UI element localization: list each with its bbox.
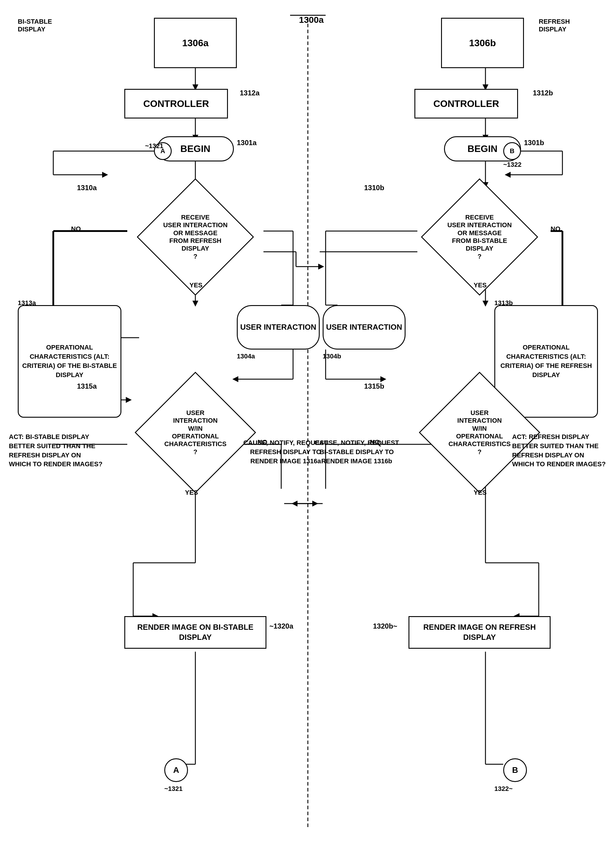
yes2-right: YES: [474, 489, 487, 496]
bistable-display-label: BI-STABLE DISPLAY: [18, 18, 77, 33]
act-text-left: ACT: BI-STABLE DISPLAY BETTER SUITED THA…: [9, 433, 104, 469]
svg-marker-76: [318, 263, 324, 269]
diamond1-right-wrap: RECEIVEUSER INTERACTIONOR MESSAGEFROM BI…: [391, 184, 568, 290]
diamond1-right-id: 1310b: [364, 184, 384, 192]
connector-b-bottom: B: [503, 758, 527, 782]
svg-marker-81: [292, 500, 298, 506]
op-char-id-right: 1313b: [494, 299, 513, 307]
user-int-id-right: 1304b: [323, 353, 341, 360]
begin-id-1301b: 1301b: [524, 138, 544, 147]
render-box-right: RENDER IMAGE ON REFRESH DISPLAY: [409, 616, 551, 649]
svg-marker-45: [505, 172, 510, 178]
display-box-1306b: 1306b: [441, 18, 524, 68]
display-box-1306a: 1306a: [154, 18, 237, 68]
no1-right: NO: [551, 225, 560, 233]
diagram-id: 1300a: [299, 15, 324, 25]
diamond2-left-id: 1315a: [77, 382, 97, 390]
cause-text-right: CAUSE, NOTIFY, REQUEST BI-STABLE DISPLAY…: [314, 438, 400, 466]
op-char-id-left: 1313a: [18, 299, 36, 307]
connector-b-top-id: ~1322: [503, 161, 522, 169]
user-int-stadium-left: USER INTERACTION: [237, 305, 320, 350]
no1-left: NO: [71, 225, 81, 233]
yes1-left: YES: [189, 281, 202, 289]
user-int-id-left: 1304a: [237, 353, 255, 360]
svg-marker-59: [380, 376, 386, 382]
begin-id-1301a: 1301a: [237, 138, 257, 147]
diamond2-right-id: 1315b: [364, 382, 384, 390]
diamond2-left-wrap: USERINTERACTIONW/IN OPERATIONALCHARACTER…: [107, 376, 284, 489]
diamond1-left-wrap: RECEIVEUSER INTERACTIONOR MESSAGEFROM RE…: [107, 184, 284, 290]
diagram-container: BI-STABLE DISPLAY 1306a 1312a CONTROLLER…: [0, 0, 616, 846]
controller-id-1312a: 1312a: [240, 89, 260, 97]
svg-marker-79: [312, 500, 318, 506]
svg-marker-16: [192, 301, 198, 307]
render-box-left: RENDER IMAGE ON BI-STABLE DISPLAY: [124, 616, 266, 649]
act-text-right: ACT: REFRESH DISPLAY BETTER SUITED THAN …: [512, 433, 607, 469]
title-underline: [290, 15, 326, 16]
connector-b-bottom-id: 1322~: [494, 785, 513, 793]
connector-a-bottom-id: ~1321: [164, 785, 183, 793]
controller-id-1312b: 1312b: [533, 89, 553, 97]
controller-box-right: CONTROLLER: [414, 89, 518, 119]
controller-box-left: CONTROLLER: [124, 89, 228, 119]
svg-marker-53: [483, 301, 488, 307]
user-int-stadium-right: USER INTERACTION: [323, 305, 406, 350]
connector-a-bottom: A: [164, 758, 188, 782]
yes2-left: YES: [185, 489, 198, 496]
render-id-left: ~1320a: [269, 622, 293, 630]
op-char-box-left: OPERATIONAL CHARACTERISTICS (ALT: CRITER…: [18, 305, 121, 418]
yes1-right: YES: [474, 281, 487, 289]
render-id-right: 1320b~: [373, 622, 397, 630]
diamond1-left-id: 1310a: [77, 184, 97, 192]
refresh-display-label: REFRESH DISPLAY: [539, 18, 598, 33]
svg-marker-8: [102, 172, 108, 178]
connector-a-top-id: ~1321: [145, 142, 163, 150]
connector-b-top: B: [503, 142, 521, 160]
